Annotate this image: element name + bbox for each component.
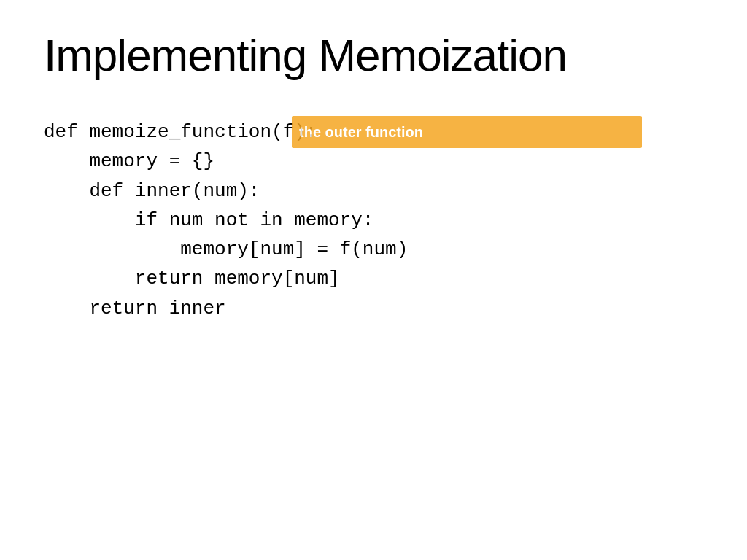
annotation-highlight: the outer function	[292, 116, 642, 148]
slide: Implementing Memoization def memoize_fun…	[0, 0, 747, 560]
code-block: def memoize_function(f): the outer funct…	[44, 117, 703, 323]
code-line-2: memory = {}	[44, 147, 703, 176]
code-line-4: if num not in memory:	[44, 206, 703, 235]
code-line-1: def memoize_function(f):	[44, 117, 317, 147]
code-line-5: memory[num] = f(num)	[44, 235, 703, 264]
code-line-7: return inner	[44, 294, 703, 323]
code-line-6: return memory[num]	[44, 264, 703, 293]
slide-title: Implementing Memoization	[44, 29, 703, 81]
code-line-3: def inner(num):	[44, 176, 703, 206]
annotation-label: the outer function	[299, 121, 423, 144]
first-line-wrapper: def memoize_function(f): the outer funct…	[44, 117, 703, 147]
